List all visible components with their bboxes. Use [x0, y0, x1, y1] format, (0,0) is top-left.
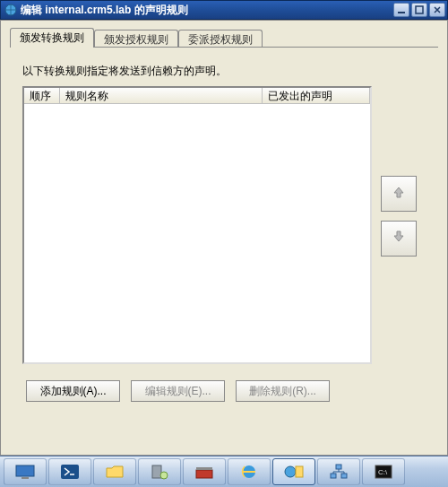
svg-rect-2	[416, 6, 423, 13]
ie-icon	[238, 463, 260, 481]
arrow-down-icon	[391, 229, 407, 249]
column-issued-claims[interactable]: 已发出的声明	[263, 88, 370, 103]
window-titlebar: 编辑 internal.crm5.lab 的声明规则	[0, 0, 448, 20]
edit-rule-button[interactable]: 编辑规则(E)...	[131, 380, 225, 402]
close-button[interactable]	[429, 3, 445, 17]
tab-label: 委派授权规则	[188, 33, 253, 46]
server-icon	[149, 463, 170, 481]
taskbar-network[interactable]	[317, 458, 360, 485]
tab-panel: 以下转换规则指定将发送到信赖方的声明。 顺序 规则名称 已发出的声明	[10, 48, 438, 409]
move-down-button[interactable]	[381, 221, 417, 257]
taskbar-toolbox[interactable]	[183, 458, 226, 485]
rules-listview[interactable]: 顺序 规则名称 已发出的声明	[22, 86, 372, 364]
rules-list-body	[24, 104, 370, 362]
tab-issuance-transform[interactable]: 颁发转换规则	[10, 28, 94, 48]
svg-rect-6	[152, 465, 161, 478]
column-rule-name[interactable]: 规则名称	[60, 88, 263, 103]
column-order[interactable]: 顺序	[24, 88, 60, 103]
app-icon	[4, 4, 17, 16]
panel-description: 以下转换规则指定将发送到信赖方的声明。	[22, 64, 431, 79]
svg-rect-13	[336, 465, 341, 469]
tab-delegation-auth[interactable]: 委派授权规则	[178, 30, 263, 48]
svg-point-11	[285, 466, 296, 477]
svg-rect-12	[296, 466, 303, 477]
taskbar-powershell[interactable]	[48, 458, 91, 485]
dialog-client-area: 颁发转换规则 颁发授权规则 委派授权规则 以下转换规则指定将发送到信赖方的声明。…	[0, 20, 448, 456]
taskbar-cmd[interactable]: C:\	[362, 458, 405, 485]
add-rule-button[interactable]: 添加规则(A)...	[26, 380, 120, 402]
tab-strip: 颁发转换规则 颁发授权规则 委派授权规则	[10, 28, 438, 48]
adfs-icon	[283, 463, 305, 481]
delete-rule-button[interactable]: 删除规则(R)...	[236, 380, 330, 402]
svg-rect-1	[398, 12, 405, 13]
move-up-button[interactable]	[381, 176, 417, 212]
svg-text:C:\: C:\	[378, 468, 388, 476]
svg-rect-4	[22, 477, 29, 479]
taskbar-explorer[interactable]	[93, 458, 136, 485]
desktop-icon	[14, 463, 36, 481]
svg-rect-3	[16, 465, 34, 476]
arrow-up-icon	[391, 184, 407, 204]
taskbar-server-manager[interactable]	[138, 458, 181, 485]
tab-label: 颁发转换规则	[20, 31, 84, 44]
svg-rect-15	[341, 474, 347, 478]
cmd-icon: C:\	[373, 463, 394, 481]
powershell-icon	[59, 463, 81, 481]
svg-rect-9	[196, 467, 212, 470]
svg-point-7	[160, 472, 168, 479]
taskbar-adfs[interactable]	[272, 458, 315, 485]
taskbar: C:\	[0, 456, 448, 487]
tab-issuance-auth[interactable]: 颁发授权规则	[94, 30, 178, 48]
tab-label: 颁发授权规则	[104, 33, 168, 46]
column-headers: 顺序 规则名称 已发出的声明	[24, 88, 370, 104]
maximize-button[interactable]	[411, 3, 427, 17]
svg-rect-8	[196, 470, 212, 478]
folder-icon	[104, 463, 125, 481]
toolbox-icon	[194, 463, 215, 481]
taskbar-show-desktop[interactable]	[4, 458, 47, 485]
taskbar-internet-explorer[interactable]	[228, 458, 271, 485]
network-icon	[328, 463, 349, 481]
window-title: 编辑 internal.crm5.lab 的声明规则	[21, 3, 188, 18]
minimize-button[interactable]	[393, 3, 409, 17]
svg-rect-14	[331, 474, 336, 478]
